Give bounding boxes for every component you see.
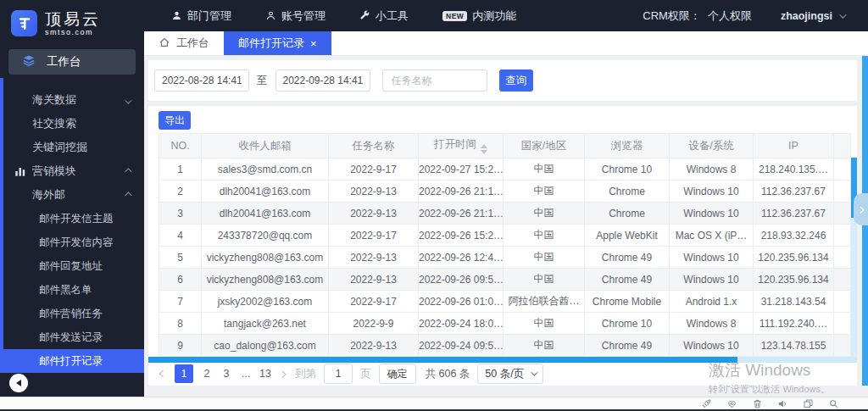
sidebar-item-customs-data[interactable]: 海关数据 <box>0 88 144 112</box>
table-row[interactable]: 3 dlh20041@163.com 2022-9-13 2022-09-26 … <box>159 203 851 225</box>
sidebar-item-label: 邮件营销任务 <box>39 307 103 321</box>
page-button-1[interactable]: 1 <box>175 364 193 383</box>
search-button[interactable]: 查询 <box>499 69 533 92</box>
table-row[interactable]: 4 243378720@qq.com 2022-9-17 2022-09-26 … <box>159 225 851 247</box>
crm-permission-label: CRM权限： <box>643 8 701 24</box>
sidebar-item-label: 邮件开发信主题 <box>39 212 114 226</box>
date-end-input[interactable] <box>275 69 370 92</box>
cell-device: Windows 10 <box>670 247 754 269</box>
table-row[interactable]: 7 jxsky2002@163.com 2022-9-17 2022-09-26… <box>159 291 851 313</box>
sidebar-item-mail-content[interactable]: 邮件开发信内容 <box>0 230 144 254</box>
next-page-button[interactable] <box>279 371 287 376</box>
sidebar-item-label: 社交搜索 <box>32 116 76 131</box>
table-row[interactable]: 8 tangjack@263.net 2022-9-9 2022-09-24 1… <box>159 313 851 335</box>
sidebar-item-marketing-task[interactable]: 邮件营销任务 <box>0 302 144 325</box>
sidebar-item-label: 工作台 <box>47 54 81 69</box>
user-icon <box>265 10 276 21</box>
tab-workbench[interactable]: 工作台 <box>144 31 224 55</box>
sort-icon[interactable] <box>481 144 487 154</box>
cell-email: 243378720@qq.com <box>202 225 329 247</box>
cell-browser: Chrome Mobile <box>585 291 670 313</box>
col-task: 任务名称 <box>329 134 419 158</box>
username: zhaojingsi <box>781 10 832 22</box>
side-panel-toggle[interactable] <box>854 193 868 225</box>
cell-ip: 120.235.96.134 <box>754 269 834 291</box>
sidebar-item-overseas-mail[interactable]: 海外邮 <box>0 183 144 207</box>
sidebar-item-label: 营销模块 <box>32 164 76 179</box>
cell-ip: 112.36.237.67 <box>754 203 834 225</box>
nav-item-departments[interactable]: 部门管理 <box>171 8 231 24</box>
table-horizontal-scrollbar[interactable] <box>148 357 857 363</box>
cell-task: 2022-9-9 <box>329 313 419 335</box>
sidebar-item-label: 邮件开发信内容 <box>39 236 114 250</box>
sidebar-menu: 海关数据 社交搜索 关键词挖掘 营销模块 海外邮 邮件开发信主题 邮件开发信内容… <box>0 88 144 373</box>
date-start-input[interactable] <box>154 69 249 92</box>
col-open-time[interactable]: 打开时间 <box>419 134 504 158</box>
sidebar-item-workbench[interactable]: 工作台 <box>8 49 136 75</box>
cell-extra <box>834 335 851 357</box>
sidebar-collapse-button[interactable] <box>9 374 28 392</box>
table-row[interactable]: 1 sales3@smd.com.cn 2022-9-17 2022-09-27… <box>159 158 851 181</box>
trash-icon[interactable] <box>752 398 763 409</box>
export-button[interactable]: 导出 <box>159 111 191 130</box>
cell-device: Mac OS X (iP… <box>670 225 754 247</box>
cell-extra <box>834 225 851 247</box>
goto-suffix-label: 页 <box>360 367 371 381</box>
prev-page-button[interactable] <box>159 371 167 376</box>
sidebar-item-open-record[interactable]: 邮件打开记录 <box>0 349 144 373</box>
table-row[interactable]: 2 dlh20041@163.com 2022-9-13 2022-09-26 … <box>159 181 851 203</box>
cell-country: 中国 <box>504 225 585 247</box>
layers-icon <box>22 54 36 69</box>
cell-extra <box>834 269 851 291</box>
page-button-2[interactable]: 2 <box>201 368 213 380</box>
cell-extra <box>834 291 851 313</box>
cell-no: 7 <box>159 291 202 313</box>
sidebar-item-marketing-module[interactable]: 营销模块 <box>0 159 144 183</box>
cell-browser: Chrome 49 <box>585 247 670 269</box>
cell-extra <box>834 203 851 225</box>
cell-device: Windows 8 <box>670 158 754 181</box>
sidebar-item-keyword-mining[interactable]: 关键词挖掘 <box>0 136 144 159</box>
cell-ip: 123.14.78.155 <box>754 335 834 357</box>
tab-open-record[interactable]: 邮件打开记录 × <box>224 31 331 55</box>
goto-page-input[interactable] <box>324 364 353 384</box>
col-email: 收件人邮箱 <box>202 134 329 158</box>
page-size-select[interactable]: 50 条/页 <box>477 364 543 384</box>
nav-label: 小工具 <box>376 8 409 24</box>
sidebar-item-send-record[interactable]: 邮件发送记录 <box>0 325 144 349</box>
sidebar: 顶易云 smtso.com 工作台 海关数据 社交搜索 关键词挖掘 营销模块 海… <box>0 0 144 397</box>
sidebar-item-social-search[interactable]: 社交搜索 <box>0 112 144 136</box>
window-switch-icon[interactable] <box>803 398 814 409</box>
sidebar-item-mail-subject[interactable]: 邮件开发信主题 <box>0 207 144 230</box>
table-row[interactable]: 9 cao_dalong@163.com 2022-9-13 2022-09-2… <box>159 335 851 357</box>
rocket-icon[interactable] <box>701 398 712 409</box>
page-button-3[interactable]: 3 <box>220 368 232 380</box>
nav-item-beta[interactable]: NEW 内测功能 <box>442 8 516 24</box>
cell-open-time: 2022-09-26 21:1… <box>419 181 504 203</box>
table-vertical-scrollbar[interactable] <box>851 158 857 363</box>
nav-item-accounts[interactable]: 账号管理 <box>265 8 326 24</box>
filter-panel: 至 查询 <box>148 60 857 101</box>
sidebar-item-blacklist[interactable]: 邮件黑名单 <box>0 278 144 302</box>
page-button-13[interactable]: 13 <box>259 368 271 380</box>
table-header-row: NO. 收件人邮箱 任务名称 打开时间 国家/地区 浏览器 设备/系统 IP <box>159 134 851 158</box>
brand-logo[interactable]: 顶易云 smtso.com <box>0 0 144 36</box>
table-row[interactable]: 5 vickyzheng808@163.com 2022-9-13 2022-0… <box>159 247 851 269</box>
sidebar-item-reply-address[interactable]: 邮件回复地址 <box>0 254 144 278</box>
heart-icon[interactable] <box>726 398 737 409</box>
cell-browser: Chrome 49 <box>585 335 670 357</box>
search-icon[interactable] <box>828 398 839 409</box>
confirm-button[interactable]: 确定 <box>379 364 416 384</box>
sidebar-item-label: 邮件黑名单 <box>39 283 92 297</box>
col-country: 国家/地区 <box>504 134 585 158</box>
cell-email: sales3@smd.com.cn <box>202 158 329 181</box>
sidebar-item-label: 海外邮 <box>32 187 65 203</box>
cell-device: Windows 10 <box>670 335 754 357</box>
nav-item-tools[interactable]: 小工具 <box>359 8 409 24</box>
user-menu[interactable]: zhaojingsi <box>781 10 844 22</box>
task-name-input[interactable] <box>382 69 487 92</box>
speaker-icon[interactable] <box>777 398 788 409</box>
table-row[interactable]: 6 vickyzheng808@163.com 2022-9-13 2022-0… <box>159 269 851 291</box>
cell-email: vickyzheng808@163.com <box>202 247 329 269</box>
close-icon[interactable]: × <box>310 38 317 49</box>
